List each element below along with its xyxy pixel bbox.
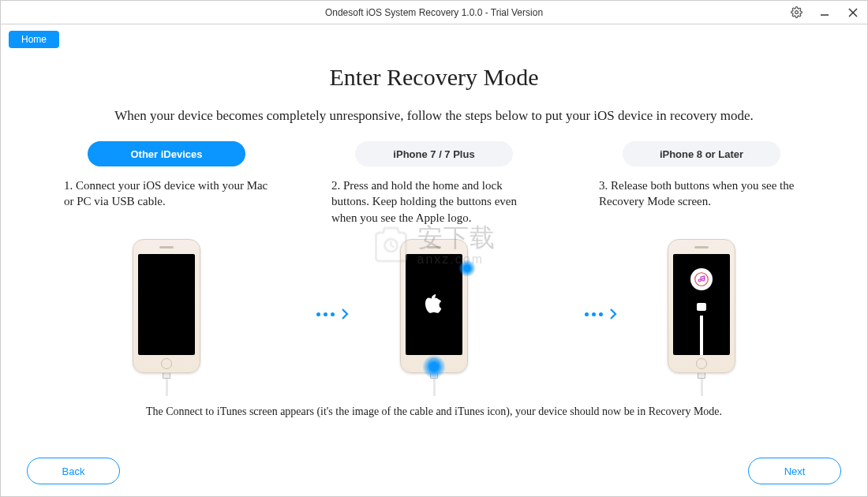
step-1-text: 1. Connect your iOS device with your Mac… — [64, 178, 269, 236]
minimize-icon[interactable] — [810, 1, 839, 24]
footer-note: The Connect to iTunes screen appears (it… — [48, 405, 820, 418]
lock-button-highlight-icon — [458, 260, 476, 277]
page-title: Enter Recovery Mode — [48, 64, 820, 91]
cable-icon — [700, 316, 703, 355]
tab-other-idevices[interactable]: Other iDevices — [88, 141, 245, 166]
arrow-separator-icon — [316, 307, 352, 321]
close-icon[interactable] — [839, 1, 867, 24]
step-2-text: 2. Press and hold the home and lock butt… — [331, 178, 537, 236]
step-column-2: iPhone 7 / 7 Plus 2. Press and hold the … — [316, 141, 552, 396]
step-column-3: iPhone 8 or Later 3. Release both button… — [583, 141, 820, 396]
arrow-separator-icon — [585, 307, 620, 321]
next-button[interactable]: Next — [748, 458, 841, 484]
title-bar: Ondesoft iOS System Recovery 1.0.0 - Tri… — [1, 1, 867, 24]
home-button[interactable]: Home — [9, 31, 59, 48]
page-subtitle: When your device becomes completely unre… — [48, 108, 820, 124]
home-button-highlight-icon — [422, 355, 446, 379]
cable-connector-icon — [697, 303, 706, 311]
window-title: Ondesoft iOS System Recovery 1.0.0 - Tri… — [1, 7, 867, 18]
bottom-nav: Back Next — [0, 458, 868, 484]
settings-icon[interactable] — [782, 1, 810, 24]
phone-illustration-3 — [668, 239, 735, 396]
step-3-text: 3. Release both buttons when you see the… — [599, 178, 804, 236]
main-content: Enter Recovery Mode When your device bec… — [1, 48, 867, 418]
itunes-icon — [690, 268, 713, 290]
back-button[interactable]: Back — [27, 458, 120, 484]
phone-illustration-2 — [400, 239, 468, 396]
tab-iphone-7[interactable]: iPhone 7 / 7 Plus — [355, 141, 513, 166]
step-column-1: Other iDevices 1. Connect your iOS devic… — [48, 141, 285, 396]
svg-point-0 — [795, 11, 798, 14]
apple-logo-icon — [425, 294, 443, 315]
window-controls — [782, 1, 867, 24]
tab-iphone-8-later[interactable]: iPhone 8 or Later — [623, 141, 780, 166]
phone-illustration-1 — [133, 239, 200, 396]
steps-row: Other iDevices 1. Connect your iOS devic… — [48, 141, 820, 396]
